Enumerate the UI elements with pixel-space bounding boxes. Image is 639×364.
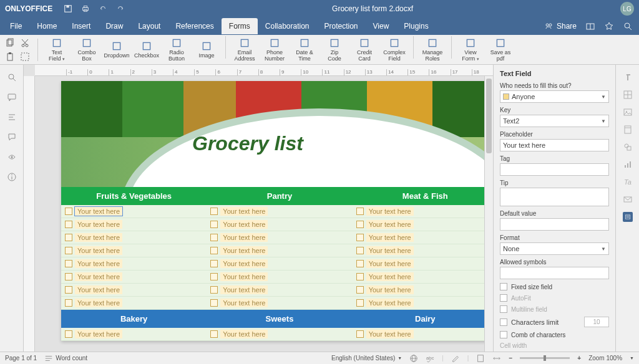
menu-layout[interactable]: Layout [130,18,168,34]
form-cell[interactable]: Your text here [61,205,207,218]
zoom-in[interactable]: + [577,355,581,362]
share-button[interactable]: Share [544,21,577,31]
vertical-scrollbar[interactable] [484,76,493,352]
open-location-icon[interactable] [585,21,595,31]
date-time-button[interactable]: Date &Time [290,36,320,64]
cut-icon[interactable] [20,38,30,48]
form-settings-icon[interactable] [623,212,633,222]
text-field-placeholder[interactable]: Your text here [366,246,414,255]
form-cell[interactable]: Your text here [353,205,493,218]
phone-number-button[interactable]: PhoneNumber [260,36,290,64]
image-settings-icon[interactable] [623,107,633,117]
comb-checkbox[interactable] [500,331,507,338]
form-cell[interactable]: Your text here [353,231,493,244]
text-field-placeholder[interactable]: Your text here [75,299,122,307]
menu-insert[interactable]: Insert [64,18,98,34]
redo-icon[interactable] [116,4,125,13]
checkbox-field[interactable] [356,299,364,307]
form-cell[interactable]: Your text here [61,257,207,271]
email-address-button[interactable]: EmailAddress [230,36,260,64]
chat-icon[interactable] [7,132,17,142]
save-icon[interactable] [64,4,72,13]
user-avatar[interactable]: LG [620,2,634,16]
form-cell[interactable]: Your text here [61,328,207,341]
checkbox-field[interactable] [356,330,364,338]
shape-settings-icon[interactable] [623,142,633,152]
form-cell[interactable]: Your text here [353,244,493,257]
form-cell[interactable]: Your text here [61,218,207,231]
text-field-placeholder[interactable]: Your text here [220,207,268,216]
text-field-placeholder[interactable]: Your text here [366,272,414,281]
feedback-icon[interactable] [7,152,17,162]
form-cell[interactable]: Your text here [353,284,493,297]
tip-input[interactable] [500,188,609,206]
checkbox-field[interactable] [210,299,218,307]
form-cell[interactable]: Your text here [207,218,352,231]
save-as-pdf-button[interactable]: Save aspdf [485,36,515,64]
menu-view[interactable]: View [366,18,397,34]
word-count[interactable]: Word count [44,354,87,363]
radio-button-button[interactable]: RadioButton [162,36,192,64]
form-cell[interactable]: Your text here [61,231,207,244]
mailmerge-icon[interactable] [623,194,633,204]
checkbox-field[interactable] [65,234,72,241]
header-footer-icon[interactable] [623,125,633,135]
checkbox-field[interactable] [210,273,218,280]
undo-icon[interactable] [99,4,107,13]
menu-home[interactable]: Home [29,18,64,34]
star-icon[interactable] [604,21,614,31]
find-icon[interactable] [7,72,17,82]
text-field-placeholder[interactable]: Your text here [75,272,122,281]
copy-icon[interactable] [5,38,15,48]
checkbox-field[interactable] [210,247,218,254]
fit-page-icon[interactable] [476,354,485,363]
document-canvas[interactable]: -10123456789101112131415161718 Grocery l… [24,65,493,352]
dropdown-button[interactable]: Dropdown [102,36,132,64]
checkbox-field[interactable] [210,221,218,228]
globe-icon[interactable] [409,354,418,363]
checkbox-field[interactable] [356,260,364,267]
menu-plugins[interactable]: Plugins [396,18,436,34]
zip-code-button[interactable]: ZipCode [320,36,349,64]
text-field-placeholder[interactable]: Your text here [366,259,414,268]
checkbox-field[interactable] [65,247,72,254]
text-field-placeholder[interactable]: Your text here [75,233,122,242]
text-field-placeholder[interactable]: Your text here [366,207,414,216]
allowed-input[interactable] [500,267,609,279]
menu-file[interactable]: File [2,18,29,34]
search-icon[interactable] [623,21,633,31]
text-field-placeholder[interactable]: Your text here [75,246,122,255]
image-button[interactable]: Image [192,36,222,64]
text-field-placeholder[interactable]: Your text here [366,233,414,242]
menu-references[interactable]: References [168,18,221,34]
headings-icon[interactable] [7,112,17,122]
form-cell[interactable]: Your text here [353,218,493,231]
about-icon[interactable] [7,172,17,182]
checkbox-field[interactable] [65,286,72,294]
fit-width-icon[interactable] [492,354,501,363]
text-field-placeholder[interactable]: Your text here [366,285,414,294]
credit-card-button[interactable]: CreditCard [349,36,379,64]
tag-input[interactable] [500,163,609,176]
manage-roles-button[interactable]: ManageRoles [417,36,447,64]
menu-protection[interactable]: Protection [317,18,366,34]
text-field-placeholder[interactable]: Your text here [366,299,414,307]
text-field-placeholder[interactable]: Your text here [75,207,122,216]
table-settings-icon[interactable] [623,90,633,100]
form-cell[interactable]: Your text here [61,284,207,297]
page-indicator[interactable]: Page 1 of 1 [5,355,37,362]
checkbox-field[interactable] [356,273,364,280]
form-cell[interactable]: Your text here [207,244,352,257]
text-field-button[interactable]: TextField ▾ [42,36,72,64]
checkbox-field[interactable] [356,234,364,241]
menu-forms[interactable]: Forms [222,18,258,34]
checkbox-field[interactable] [65,299,72,307]
text-field-placeholder[interactable]: Your text here [220,246,268,255]
checkbox-field[interactable] [65,330,72,338]
zoom-value[interactable]: Zoom 100% [588,355,622,362]
text-field-placeholder[interactable]: Your text here [220,220,268,229]
paragraph-settings-icon[interactable] [623,72,633,82]
text-field-placeholder[interactable]: Your text here [75,285,122,294]
default-input[interactable] [500,218,609,231]
text-field-placeholder[interactable]: Your text here [220,299,268,307]
